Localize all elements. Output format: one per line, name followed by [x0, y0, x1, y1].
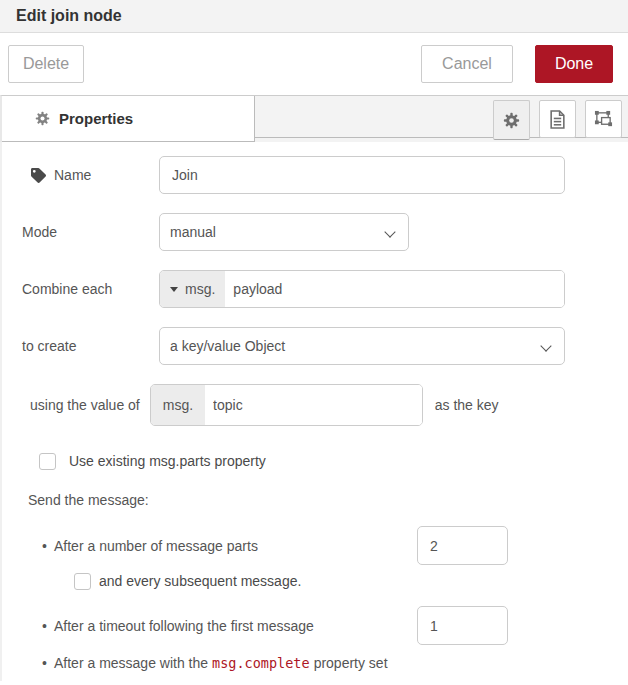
send-message-heading: Send the message: [28, 492, 628, 508]
bullet: • [42, 655, 54, 671]
subsequent-checkbox[interactable] [74, 573, 91, 590]
count-row: • After a number of message parts [42, 526, 508, 565]
timeout-label: After a timeout following the first mess… [54, 618, 314, 634]
count-input[interactable] [417, 526, 508, 565]
use-parts-label: Use existing msg.parts property [69, 453, 266, 469]
name-input[interactable] [159, 156, 565, 194]
key-typed-input: msg. [150, 384, 423, 426]
complete-label-before: After a message with the [54, 655, 208, 671]
tab-properties[interactable]: Properties [2, 96, 255, 142]
complete-label-after: property set [314, 655, 388, 671]
combine-each-label: Combine each [22, 281, 159, 297]
gear-icon [503, 112, 520, 129]
combine-each-typed-input: msg. [159, 270, 565, 308]
object-selection-icon [594, 110, 613, 129]
properties-form: Name Mode manual Combine each msg. [0, 142, 628, 681]
document-icon [549, 110, 566, 129]
mode-label: Mode [22, 224, 159, 240]
key-row: using the value of msg. as the key [30, 384, 613, 426]
key-input[interactable] [205, 385, 422, 425]
caret-down-icon [170, 287, 178, 292]
tab-properties-label: Properties [59, 110, 133, 127]
build-type-select[interactable]: a key/value Object [159, 327, 565, 365]
appearance-view-button[interactable] [585, 100, 622, 138]
cancel-button[interactable]: Cancel [421, 45, 513, 83]
edit-join-node-dialog: Edit join node Delete Cancel Done [0, 0, 628, 685]
timeout-input[interactable] [417, 606, 508, 645]
name-label: Name [54, 167, 91, 183]
timeout-row: • After a timeout following the first me… [42, 606, 508, 645]
delete-button[interactable]: Delete [8, 45, 84, 83]
bullet: • [42, 538, 54, 554]
typed-input-type-button[interactable]: msg. [160, 271, 225, 307]
dialog-action-bar: Delete Cancel Done [0, 33, 628, 95]
name-label-wrap: Name [22, 167, 159, 183]
to-create-row: to create a key/value Object [22, 327, 613, 365]
count-label: After a number of message parts [54, 538, 258, 554]
key-suffix-label: as the key [435, 397, 499, 413]
properties-view-button[interactable] [493, 100, 530, 140]
done-button[interactable]: Done [535, 45, 613, 83]
mode-row: Mode manual [22, 213, 613, 251]
editor-view-buttons [493, 100, 622, 140]
use-parts-row: Use existing msg.parts property [39, 452, 628, 470]
mode-select[interactable]: manual [159, 213, 409, 251]
key-label: using the value of [30, 397, 140, 413]
complete-row: • After a message with the msg.complete … [42, 655, 628, 671]
dialog-header: Edit join node [0, 0, 628, 33]
to-create-label: to create [22, 338, 159, 354]
msg-complete-code: msg.complete [208, 655, 314, 671]
tab-bar: Properties [0, 95, 628, 142]
name-row: Name [22, 156, 613, 194]
tag-icon [31, 168, 46, 183]
use-parts-checkbox[interactable] [39, 453, 56, 470]
subsequent-label: and every subsequent message. [99, 573, 301, 589]
typed-input-type-label: msg. [163, 397, 193, 413]
bullet: • [42, 618, 54, 634]
combine-each-row: Combine each msg. [22, 270, 613, 308]
combine-each-input[interactable] [225, 271, 564, 307]
description-view-button[interactable] [539, 100, 576, 138]
typed-input-type-label: msg. [185, 281, 215, 297]
typed-input-type-button[interactable]: msg. [151, 385, 205, 425]
gear-icon [35, 111, 50, 126]
subsequent-row: and every subsequent message. [74, 572, 628, 590]
dialog-title: Edit join node [16, 7, 122, 25]
